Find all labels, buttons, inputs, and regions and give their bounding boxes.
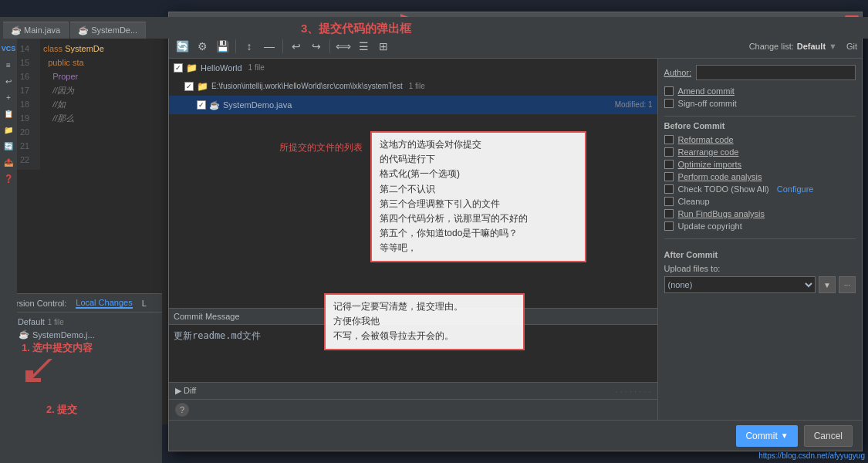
toolbar-refresh-icon[interactable]: 🔄: [174, 38, 191, 55]
perform-code-row: Perform code analysis: [664, 172, 856, 181]
sidebar-icon-1[interactable]: ≡: [2, 58, 15, 72]
csdn-url: https://blog.csdn.net/afyyugyug: [758, 451, 865, 460]
commit-dropdown-arrow[interactable]: ▼: [781, 431, 789, 440]
sidebar-icon-2[interactable]: ↩: [2, 74, 15, 88]
annotation-box-options: 所提交的文件的列表 这地方的选项会对你提交 的代码进行下 格式化(第一个选项) …: [370, 131, 586, 262]
toolbar-list-icon[interactable]: ☰: [355, 38, 372, 55]
changelist-value[interactable]: Default: [797, 42, 826, 51]
check-todo-checkbox[interactable]: [664, 184, 674, 194]
perform-code-checkbox[interactable]: [664, 172, 674, 181]
annotation-box-file-list-label: 所提交的文件的列表: [279, 140, 363, 155]
optimize-checkbox[interactable]: [664, 160, 674, 169]
author-label: Author:: [664, 68, 691, 77]
log-tab[interactable]: L: [142, 299, 147, 308]
reformat-label[interactable]: Reformat code: [678, 135, 734, 144]
optimize-row: Optimize imports: [664, 160, 856, 169]
upload-dropdown-btn[interactable]: ▼: [819, 276, 836, 293]
findbugs-checkbox[interactable]: [664, 209, 674, 218]
findbugs-label[interactable]: Run FindBugs analysis: [678, 209, 765, 218]
tree-folder-child[interactable]: ✓ 📁 E:\fusion\intellij.work\HelloWorld\s…: [169, 77, 657, 96]
sidebar-icon-3[interactable]: +: [2, 90, 15, 104]
after-commit-section: After Commit Upload files to: (none) ▼ ·…: [664, 250, 856, 293]
child-folder-icon: 📁: [197, 79, 208, 94]
cleanup-checkbox[interactable]: [664, 197, 674, 206]
optimize-label[interactable]: Optimize imports: [678, 160, 742, 169]
annotation-options-text: 这地方的选项会对你提交 的代码进行下 格式化(第一个选项) 第二个不认识 第三个…: [380, 137, 577, 256]
configure-link[interactable]: Configure: [777, 184, 814, 194]
before-commit-label: Before Commit: [664, 121, 856, 130]
arrow-left-1: [22, 355, 68, 386]
root-name: HelloWorld: [201, 60, 242, 76]
commit-button-label: Commit: [745, 431, 777, 441]
help-row: ?: [169, 399, 657, 420]
root-count: 1 file: [248, 60, 265, 76]
rearrange-label[interactable]: Rearrange code: [678, 147, 739, 157]
cleanup-label[interactable]: Cleanup: [678, 197, 710, 206]
sidebar-icon-4[interactable]: 📋: [2, 106, 15, 120]
tab-main-java[interactable]: ☕ Main.java: [3, 22, 69, 39]
git-label[interactable]: Git: [846, 42, 857, 51]
bottom-tab-bar: Version Control: Local Changes L: [0, 294, 162, 313]
local-changes-tab[interactable]: Local Changes: [76, 298, 132, 309]
help-icon[interactable]: ?: [175, 403, 189, 417]
upload-dropdown-row: (none) ▼ ···: [664, 276, 856, 293]
annotation-commit-action: 2. 提交: [46, 403, 77, 417]
copyright-label[interactable]: Update copyright: [678, 221, 742, 231]
annotation-box-message: 记得一定要写清楚，提交理由。 方便你我他 不写，会被领导拉去开会的。: [324, 293, 525, 350]
tree-file-item[interactable]: ✓ ☕ SystemDemo.java Modified: 1: [169, 96, 657, 114]
right-panel: Author: Amend commit Sign-off commit Bef…: [658, 59, 862, 420]
changelist-label: Change list:: [749, 42, 794, 51]
check-todo-label[interactable]: Check TODO (Show All): [678, 184, 769, 194]
bottom-panel-content: ▼ Default 1 file ☕ SystemDemo.j...: [0, 313, 162, 344]
sidebar-icon-7[interactable]: 📤: [2, 155, 15, 169]
toolbar-undo-icon[interactable]: ↩: [288, 38, 305, 55]
sidebar-icon-6[interactable]: 🔄: [2, 139, 15, 153]
copyright-checkbox[interactable]: [664, 221, 674, 231]
commit-button[interactable]: Commit ▼: [736, 425, 797, 447]
tab-system-demo[interactable]: ☕ SystemDe...: [70, 22, 146, 39]
root-checkbox[interactable]: ✓: [174, 63, 183, 73]
findbugs-row: Run FindBugs analysis: [664, 209, 856, 218]
tree-root[interactable]: ✓ 📁 HelloWorld 1 file: [169, 59, 657, 77]
toolbar-diff-icon[interactable]: ⟺: [335, 38, 352, 55]
child-checkbox[interactable]: ✓: [184, 82, 194, 91]
ide-left-sidebar: VCS ≡ ↩ + 📋 📁 🔄 📤 ❓: [0, 39, 17, 463]
cancel-button[interactable]: Cancel: [804, 425, 853, 447]
vcs-icon[interactable]: VCS: [2, 42, 15, 56]
perform-code-label[interactable]: Perform code analysis: [678, 172, 762, 181]
child-count: 1 file: [409, 79, 425, 94]
diff-toggle[interactable]: ▶ Diff · · · · · · · ·: [169, 382, 657, 399]
divider-2: [664, 238, 856, 239]
after-commit-label: After Commit: [664, 250, 856, 259]
check-todo-row: Check TODO (Show All) Configure: [664, 184, 856, 194]
upload-select[interactable]: (none): [664, 276, 816, 293]
sidebar-icon-5[interactable]: 📁: [2, 123, 15, 137]
toolbar-redo-icon[interactable]: ↪: [308, 38, 325, 55]
amend-commit-label[interactable]: Amend commit: [678, 86, 735, 96]
toolbar-split-icon[interactable]: ⊞: [375, 38, 392, 55]
amend-checkbox[interactable]: [664, 86, 674, 96]
java-file-icon: ☕: [209, 97, 220, 113]
changelist-dropdown[interactable]: ▼: [829, 42, 837, 51]
signoff-row: Sign-off commit: [664, 99, 856, 108]
line-numbers: 1415161718 19202122: [17, 39, 40, 170]
file-name: SystemDemo.java: [223, 97, 292, 113]
annotation-title-3: 3、提交代码的弹出框: [301, 22, 411, 36]
reformat-checkbox[interactable]: [664, 135, 674, 144]
toolbar-icon-minus[interactable]: —: [261, 38, 278, 55]
toolbar-save-icon[interactable]: 💾: [214, 38, 231, 55]
rearrange-row: Rearrange code: [664, 147, 856, 157]
sidebar-icon-8[interactable]: ❓: [2, 171, 15, 185]
signoff-checkbox[interactable]: [664, 99, 674, 108]
author-input[interactable]: [696, 65, 856, 80]
ide-tabs: ☕ Main.java ☕ SystemDe...: [0, 17, 868, 39]
signoff-label[interactable]: Sign-off commit: [678, 99, 737, 108]
toolbar-settings-icon[interactable]: ⚙: [194, 38, 211, 55]
root-folder-icon: 📁: [186, 60, 198, 76]
amend-commit-row: Amend commit: [664, 86, 856, 96]
rearrange-checkbox[interactable]: [664, 147, 674, 157]
toolbar-icon-move[interactable]: ↕: [241, 38, 258, 55]
file-checkbox[interactable]: ✓: [197, 100, 206, 110]
upload-more-btn[interactable]: ···: [839, 276, 856, 293]
divider-1: [664, 116, 856, 117]
